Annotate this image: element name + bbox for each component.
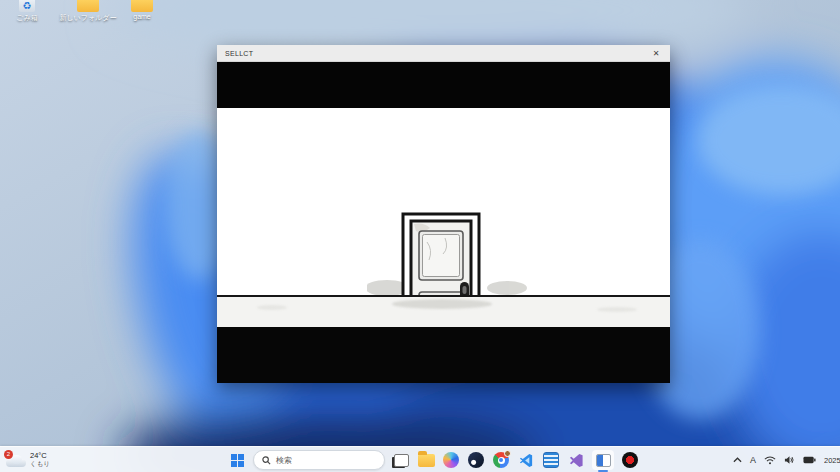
- scene-room: [217, 108, 670, 295]
- battery-icon[interactable]: [803, 456, 816, 464]
- close-icon[interactable]: ✕: [649, 49, 663, 58]
- weather-cloud-icon: 2: [6, 454, 26, 467]
- desktop-icon-recycle-bin[interactable]: ♻ ごみ箱: [0, 0, 59, 23]
- chrome-icon: [493, 452, 509, 468]
- recycle-bin-icon: ♻: [19, 0, 35, 12]
- vscode-button[interactable]: [517, 451, 535, 469]
- striped-app-icon: [543, 452, 559, 468]
- copilot-button[interactable]: [442, 451, 460, 469]
- search-placeholder: 検索: [276, 455, 292, 466]
- steam-button[interactable]: [467, 451, 485, 469]
- chrome-button[interactable]: [492, 451, 510, 469]
- tray-chevron-up-icon[interactable]: [733, 457, 742, 463]
- sellct-game-icon: [596, 454, 611, 467]
- striped-app-button[interactable]: [542, 451, 560, 469]
- weather-condition: くもり: [30, 460, 50, 468]
- taskbar-clock[interactable]: 2025,: [824, 456, 840, 465]
- volume-icon[interactable]: [784, 455, 795, 465]
- ime-mode-indicator[interactable]: A: [750, 455, 756, 465]
- visual-studio-button[interactable]: [567, 451, 585, 469]
- record-icon: [622, 452, 638, 468]
- wifi-icon[interactable]: [764, 456, 776, 465]
- start-button[interactable]: [228, 451, 246, 469]
- steam-icon: [468, 452, 484, 468]
- desktop-icon-label: ごみ箱: [16, 13, 37, 23]
- notification-badge: 2: [4, 450, 13, 459]
- desktop-icon-game[interactable]: game: [110, 0, 174, 20]
- file-explorer-icon: [418, 454, 435, 467]
- task-view-icon: [394, 454, 409, 467]
- search-box[interactable]: 検索: [253, 450, 385, 470]
- game-window: SELLCT ✕: [217, 45, 670, 383]
- copilot-icon: [443, 452, 459, 468]
- desktop-icon-label: 新しいフォルダー: [60, 13, 117, 23]
- record-app-button[interactable]: [621, 451, 639, 469]
- scene-hud: ? SELLCTからの手紙 1 が到着しました 現在悪意: 13: [217, 327, 670, 383]
- folder-icon: [77, 0, 99, 12]
- task-view-button[interactable]: [392, 451, 410, 469]
- sellct-game-taskbar-button[interactable]: [592, 450, 614, 470]
- taskbar-weather-widget[interactable]: 2 24°C くもり: [6, 447, 50, 472]
- file-explorer-button[interactable]: [417, 451, 435, 469]
- taskbar: 2 24°C くもり 検索: [0, 446, 840, 472]
- folder-icon: [131, 0, 153, 12]
- search-icon: [262, 456, 271, 465]
- desktop-icon-label: game: [133, 13, 151, 20]
- scene-floor: [217, 295, 670, 327]
- vscode-icon: [519, 453, 534, 468]
- visual-studio-icon: [569, 453, 584, 468]
- window-title: SELLCT: [225, 50, 253, 57]
- window-titlebar[interactable]: SELLCT ✕: [217, 45, 670, 62]
- desktop: ♻ ごみ箱 新しいフォルダー game SELLCT ✕: [0, 0, 840, 472]
- scene-top-letterbox: [217, 62, 670, 108]
- windows-logo-icon: [231, 454, 244, 467]
- weather-temperature: 24°C: [30, 452, 50, 460]
